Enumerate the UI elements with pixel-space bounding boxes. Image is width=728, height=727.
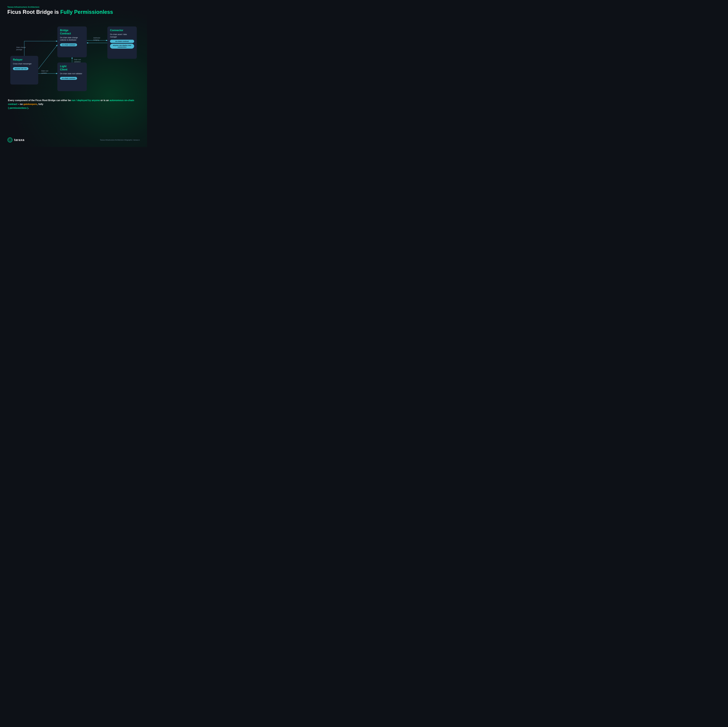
title-highlight: Fully Permissionless — [60, 9, 113, 15]
connector-badge1: on-chain contract — [110, 40, 134, 43]
bottom-part6: gatekeepers — [23, 103, 37, 105]
main-title: Ficus Root Bridge is Fully Permissionles… — [8, 9, 140, 15]
card-bridge: BridgeContract On-chain state change col… — [57, 26, 87, 57]
label-state-root-updates: State rootupdates — [41, 70, 48, 74]
subtitle: Taraxa Infrastructure Architecture — [8, 6, 140, 8]
title-plain: Ficus Root Bridge is — [8, 9, 60, 15]
bridge-badge: on-chain contract — [60, 43, 77, 46]
label-authorize-bridging: Authorizebridging — [93, 37, 100, 41]
bottom-part8: { permissionless } — [8, 107, 28, 109]
card-light-client: LightClient On-chain state root validato… — [57, 63, 87, 91]
bridge-desc: On-chain state change collector & distri… — [60, 37, 84, 41]
svg-line-0 — [38, 45, 57, 69]
bottom-part1: Every component of the Ficus Root Bridge… — [8, 99, 72, 102]
connector-desc: On-chain asset / data manager — [110, 33, 134, 38]
bottom-text: Every component of the Ficus Root Bridge… — [8, 98, 140, 110]
relayer-title: Relayer — [13, 58, 35, 61]
relayer-badge: anyone can run — [13, 67, 28, 70]
bottom-part3: or is an — [100, 99, 110, 102]
bottom-paragraph: Every component of the Ficus Root Bridge… — [8, 98, 139, 110]
bottom-part9: . — [28, 107, 29, 109]
label-state-root-validation: State rootvalidation — [74, 58, 81, 63]
diagram: Relayer Cross-chain messenger anyone can… — [8, 19, 140, 96]
light-client-desc: On-chain state root validator — [60, 72, 84, 75]
light-client-badge: on-chain contract — [60, 77, 77, 80]
connector-title: Connector — [110, 29, 134, 32]
light-client-title: LightClient — [60, 65, 84, 71]
label-state-change: State changepackage — [16, 46, 26, 51]
card-connector: Connector On-chain asset / data manager … — [107, 26, 137, 59]
card-relayer: Relayer Cross-chain messenger anyone can… — [10, 56, 38, 84]
bridge-title: BridgeContract — [60, 29, 84, 35]
relayer-desc: Cross-chain messenger — [13, 63, 35, 65]
bottom-part7: , fully — [37, 103, 43, 105]
bottom-part2: run / deployed by anyone — [72, 99, 100, 102]
header: Taraxa Infrastructure Architecture Ficus… — [8, 6, 140, 15]
connector-badge2: anyone can deploy new connectors — [110, 44, 134, 49]
bottom-part5: – no — [17, 103, 23, 105]
